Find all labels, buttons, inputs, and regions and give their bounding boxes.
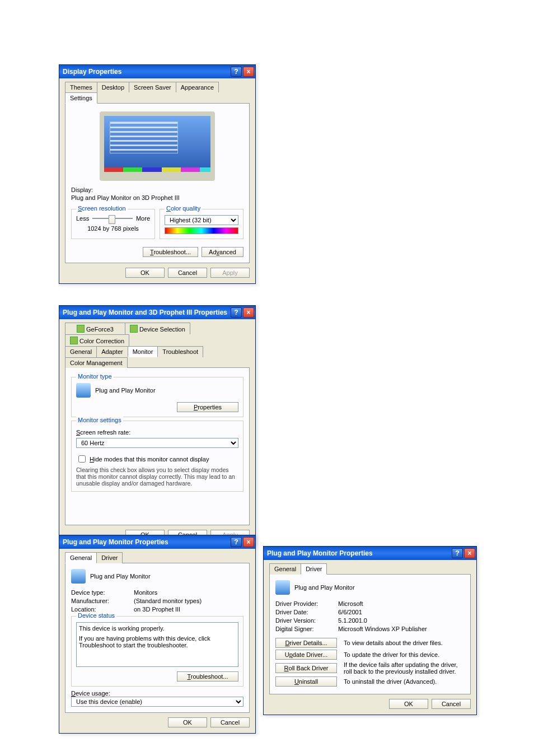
driver-version-label: Driver Version: xyxy=(275,617,331,624)
troubleshoot-button[interactable]: Troubleshoot... xyxy=(143,247,198,257)
troubleshoot-button[interactable]: Troubleshoot... xyxy=(177,671,238,682)
ok-button[interactable]: OK xyxy=(389,699,428,709)
help-icon[interactable]: ? xyxy=(231,67,242,77)
tab-themes[interactable]: Themes xyxy=(65,82,97,92)
uninstall-text: To uninstall the driver (Advanced). xyxy=(344,678,465,685)
device-type-label: Device type: xyxy=(71,589,127,596)
tab-driver[interactable]: Driver xyxy=(96,552,123,563)
tabstrip: Themes Desktop Screen Saver Appearance S… xyxy=(65,82,250,104)
title-text: Display Properties xyxy=(63,68,231,76)
ok-button[interactable]: OK xyxy=(168,717,207,727)
status-textarea[interactable]: This device is working properly. If you … xyxy=(76,622,238,667)
driver-date-value: 6/6/2001 xyxy=(338,609,362,615)
resolution-slider[interactable]: Less More xyxy=(76,215,150,222)
monitor-name: Plug and Play Monitor xyxy=(95,387,156,394)
advanced-properties-dialog: Plug and Play Monitor and 3D Prophet III… xyxy=(59,305,256,546)
color-bar-icon xyxy=(165,227,238,234)
refresh-rate-select[interactable]: 60 Hertz xyxy=(76,438,238,448)
nvidia-icon xyxy=(130,325,138,333)
close-icon[interactable]: × xyxy=(243,67,254,77)
titlebar[interactable]: Display Properties ? × xyxy=(59,65,255,78)
nvidia-icon xyxy=(77,325,85,333)
title-text: Plug and Play Monitor and 3D Prophet III… xyxy=(63,309,231,316)
resolution-legend: Screen resolution xyxy=(76,205,128,212)
tab-driver[interactable]: Driver xyxy=(301,563,327,575)
manufacturer-label: Manufacturer: xyxy=(71,598,127,604)
hide-modes-checkbox[interactable] xyxy=(78,455,86,463)
uninstall-button[interactable]: Uninstall xyxy=(275,676,337,687)
tab-device-selection[interactable]: Device Selection xyxy=(125,323,190,334)
more-label: More xyxy=(136,215,150,222)
advanced-button[interactable]: Advanced xyxy=(202,247,243,257)
nvidia-icon xyxy=(70,337,78,344)
display-label: Display: xyxy=(71,186,243,193)
monitor-type-legend: Monitor type xyxy=(76,373,114,380)
tab-general[interactable]: General xyxy=(269,563,301,575)
tab-geforce3[interactable]: GeForce3 xyxy=(65,323,125,334)
tab-general[interactable]: General xyxy=(65,346,97,357)
colorquality-legend: Color quality xyxy=(165,205,202,212)
dialog-body: General Driver Plug and Play Monitor Dri… xyxy=(264,560,476,715)
titlebar[interactable]: Plug and Play Monitor and 3D Prophet III… xyxy=(59,306,255,319)
close-icon[interactable]: × xyxy=(243,307,254,318)
monitor-icon xyxy=(76,383,91,398)
monitor-icon xyxy=(275,580,290,595)
hide-modes-label: Hide modes that this monitor cannot disp… xyxy=(90,456,209,463)
provider-value: Microsoft xyxy=(338,600,363,607)
tab-settings[interactable]: Settings xyxy=(65,92,97,104)
tab-adapter[interactable]: Adapter xyxy=(96,346,128,357)
close-icon[interactable]: × xyxy=(464,548,475,558)
monitor-preview-icon xyxy=(100,111,215,181)
driver-version-value: 5.1.2001.0 xyxy=(338,617,367,624)
tab-desktop[interactable]: Desktop xyxy=(97,82,129,92)
monitor-panel: Monitor type Plug and Play Monitor Prope… xyxy=(65,367,250,525)
status-text: This device is working properly. xyxy=(79,625,236,632)
title-text: Plug and Play Monitor Properties xyxy=(63,538,231,546)
provider-label: Driver Provider: xyxy=(275,600,331,607)
location-value: on 3D Prophet III xyxy=(134,606,180,613)
refresh-rate-label: Screen refresh rate: xyxy=(76,429,238,436)
tab-general[interactable]: General xyxy=(65,552,97,563)
driver-date-label: Driver Date: xyxy=(275,609,331,615)
resolution-value: 1024 by 768 pixels xyxy=(76,225,150,232)
device-header: Plug and Play Monitor xyxy=(294,584,355,591)
rollback-driver-button[interactable]: Roll Back Driver xyxy=(275,663,337,673)
help-icon[interactable]: ? xyxy=(231,537,242,547)
driver-panel: Plug and Play Monitor Driver Provider:Mi… xyxy=(269,574,471,694)
digital-signer-value: Microsoft Windows XP Publisher xyxy=(338,626,427,632)
help-icon[interactable]: ? xyxy=(452,548,463,558)
colorquality-select[interactable]: Highest (32 bit) xyxy=(165,215,238,225)
monitor-properties-driver-dialog: Plug and Play Monitor Properties ? × Gen… xyxy=(263,546,477,715)
ok-button[interactable]: OK xyxy=(125,268,165,278)
apply-button[interactable]: Apply xyxy=(210,268,250,278)
less-label: Less xyxy=(76,215,89,222)
status-help: If you are having problems with this dev… xyxy=(79,635,236,648)
cancel-button[interactable]: Cancel xyxy=(432,699,471,709)
close-icon[interactable]: × xyxy=(243,537,254,547)
display-properties-dialog: Display Properties ? × Themes Desktop Sc… xyxy=(59,64,256,284)
tab-appearance[interactable]: Appearance xyxy=(176,82,219,92)
device-usage-select[interactable]: Use this device (enable) xyxy=(71,697,243,707)
cancel-button[interactable]: Cancel xyxy=(168,268,207,278)
tab-screensaver[interactable]: Screen Saver xyxy=(129,82,176,92)
tab-troubleshoot[interactable]: Troubleshoot xyxy=(157,346,203,357)
tab-color-management[interactable]: Color Management xyxy=(65,357,128,368)
rollback-driver-text: If the device fails after updating the d… xyxy=(344,661,465,675)
device-header: Plug and Play Monitor xyxy=(90,573,151,580)
dialog-body: GeForce3 Device Selection Color Correcti… xyxy=(59,319,255,545)
tab-monitor[interactable]: Monitor xyxy=(128,346,158,357)
titlebar[interactable]: Plug and Play Monitor Properties ? × xyxy=(264,547,476,560)
properties-button[interactable]: Properties xyxy=(177,402,238,412)
update-driver-text: To update the driver for this device. xyxy=(344,651,465,658)
update-driver-button[interactable]: Update Driver... xyxy=(275,650,337,660)
driver-details-text: To view details about the driver files. xyxy=(344,640,465,646)
general-panel: Plug and Play Monitor Device type:Monito… xyxy=(65,563,250,713)
tab-color-correction[interactable]: Color Correction xyxy=(65,334,129,346)
cancel-button[interactable]: Cancel xyxy=(210,717,250,727)
driver-details-button[interactable]: Driver Details... xyxy=(275,638,337,648)
help-icon[interactable]: ? xyxy=(231,307,242,318)
device-status-legend: Device status xyxy=(76,612,116,619)
device-usage-label: Device usage: xyxy=(71,690,243,697)
title-text: Plug and Play Monitor Properties xyxy=(267,549,452,557)
titlebar[interactable]: Plug and Play Monitor Properties ? × xyxy=(59,535,255,549)
